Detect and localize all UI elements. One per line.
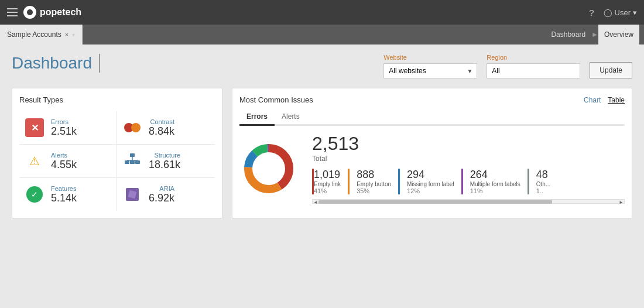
result-types-title: Result Types <box>19 95 215 104</box>
metric-missing-form-label: Missing form label <box>407 181 454 187</box>
metric-empty-link: 1,019 Empty link 41% <box>312 169 348 194</box>
structure-label: Structure <box>149 152 180 159</box>
issues-tabs: Errors Alerts <box>239 109 625 126</box>
svg-rect-2 <box>130 160 135 164</box>
filter-row: Website All websites ▼ Region Update <box>383 54 632 78</box>
breadcrumb-overview[interactable]: Overview <box>598 25 639 45</box>
result-item-features: ✓ Features 5.14k <box>19 178 117 211</box>
metric-missing-form: 294 Missing form label 12% <box>398 169 461 194</box>
metric-empty-button-value: 888 <box>357 169 391 181</box>
aria-info: ARIA 6.92k <box>149 185 174 204</box>
alerts-tab[interactable]: Alerts <box>275 109 307 126</box>
metric-multiple-form: 264 Multiple form labels 11% <box>461 169 527 194</box>
metric-empty-button-pct: 35% <box>357 187 391 194</box>
metric-other: 48 Oth... 1.. <box>527 169 557 194</box>
nav-right: ? ◯ User ▾ <box>589 8 637 18</box>
chart-view-button[interactable]: Chart <box>584 96 601 104</box>
result-types-card: Result Types ✕ Errors 2.51k <box>12 88 222 218</box>
view-toggle: Chart Table <box>584 96 625 104</box>
metric-other-label: Oth... <box>536 181 550 187</box>
alerts-info: Alerts 4.55k <box>51 152 77 171</box>
tab-bar-left: Sample Accounts × ▾ <box>0 25 83 45</box>
aria-icon <box>122 184 143 205</box>
chart-area: 2,513 Total 1,019 Empty link 41% 888 Emp… <box>239 133 625 204</box>
region-label: Region <box>487 54 580 61</box>
features-value: 5.14k <box>51 192 77 204</box>
update-button[interactable]: Update <box>590 62 632 78</box>
user-menu[interactable]: ◯ User ▾ <box>604 8 637 17</box>
result-types-grid: ✕ Errors 2.51k <box>19 111 215 211</box>
result-item-errors: ✕ Errors 2.51k <box>19 111 117 145</box>
website-select-wrapper: All websites ▼ <box>383 63 477 78</box>
total-label: Total <box>312 155 625 163</box>
aria-value: 6.92k <box>149 192 174 204</box>
result-item-alerts: ⚠ Alerts 4.55k <box>19 145 117 178</box>
tab-dropdown-icon[interactable]: ▾ <box>72 32 75 38</box>
issues-card: Most Common Issues Chart Table Errors Al… <box>232 88 632 218</box>
nav-left: popetech <box>7 6 81 19</box>
metric-empty-link-label: Empty link <box>314 181 341 187</box>
alerts-label: Alerts <box>51 152 67 159</box>
tab-close-button[interactable]: × <box>65 31 68 38</box>
metric-empty-link-value: 1,019 <box>314 169 341 181</box>
metric-other-pct: 1.. <box>536 187 550 194</box>
features-label: Features <box>51 185 76 192</box>
structure-icon <box>122 150 143 172</box>
metric-empty-button-label: Empty button <box>357 181 391 187</box>
breadcrumb-dashboard[interactable]: Dashboard <box>545 25 591 45</box>
svg-rect-3 <box>135 160 140 164</box>
contrast-icon <box>122 117 143 138</box>
errors-tab[interactable]: Errors <box>239 109 275 126</box>
dashboard-header: Dashboard Website All websites ▼ Region … <box>12 54 632 78</box>
svg-rect-0 <box>130 153 135 157</box>
tab-bar: Sample Accounts × ▾ Dashboard ► Overview <box>0 25 644 45</box>
alert-icon: ⚠ <box>24 150 45 172</box>
contrast-value: 8.84k <box>149 125 174 138</box>
aria-label: ARIA <box>149 185 174 192</box>
website-filter-group: Website All websites ▼ <box>383 54 477 78</box>
logo-icon <box>23 6 36 19</box>
region-input[interactable] <box>487 63 580 78</box>
metrics-row: 1,019 Empty link 41% 888 Empty button 35… <box>312 169 625 194</box>
tab-label: Sample Accounts <box>7 30 61 39</box>
donut-chart <box>239 139 298 198</box>
top-nav: popetech ? ◯ User ▾ <box>0 0 644 25</box>
structure-info: Structure 18.61k <box>149 152 180 171</box>
main-content: Dashboard Website All websites ▼ Region … <box>0 45 644 308</box>
scroll-right-button[interactable]: ► <box>618 200 624 204</box>
metric-missing-form-pct: 12% <box>407 187 454 194</box>
metric-multiple-form-pct: 11% <box>470 187 520 194</box>
errors-info: Errors 2.51k <box>51 118 77 138</box>
user-label: User <box>615 8 631 17</box>
features-icon: ✓ <box>24 184 45 205</box>
result-item-aria: ARIA 6.92k <box>117 178 215 211</box>
scroll-left-button[interactable]: ◄ <box>313 200 318 204</box>
website-label: Website <box>383 54 477 61</box>
logo-text: popetech <box>40 7 81 18</box>
metric-multiple-form-value: 264 <box>470 169 520 181</box>
metric-missing-form-value: 294 <box>407 169 454 181</box>
alerts-value: 4.55k <box>51 159 77 171</box>
metric-other-value: 48 <box>536 169 550 181</box>
user-icon: ◯ <box>604 8 612 17</box>
contrast-label: Contrast <box>149 118 174 125</box>
error-icon: ✕ <box>24 117 45 138</box>
website-select[interactable]: All websites <box>383 63 477 78</box>
total-count: 2,513 <box>312 133 625 155</box>
horizontal-scrollbar[interactable]: ◄ ► <box>312 199 625 204</box>
scrollbar-thumb[interactable] <box>318 200 552 204</box>
help-button[interactable]: ? <box>589 8 594 18</box>
errors-value: 2.51k <box>51 125 77 138</box>
result-item-contrast: Contrast 8.84k <box>117 111 215 145</box>
cards-row: Result Types ✕ Errors 2.51k <box>12 88 632 218</box>
sample-accounts-tab[interactable]: Sample Accounts × ▾ <box>0 25 83 45</box>
contrast-info: Contrast 8.84k <box>149 118 174 138</box>
issues-header: Most Common Issues Chart Table <box>239 95 625 104</box>
user-dropdown-icon: ▾ <box>633 8 637 17</box>
structure-value: 18.61k <box>149 159 180 171</box>
hamburger-menu[interactable] <box>7 8 18 16</box>
chart-data: 2,513 Total 1,019 Empty link 41% 888 Emp… <box>312 133 625 204</box>
errors-label: Errors <box>51 118 68 125</box>
metric-empty-link-pct: 41% <box>314 187 341 194</box>
table-view-button[interactable]: Table <box>608 96 625 104</box>
